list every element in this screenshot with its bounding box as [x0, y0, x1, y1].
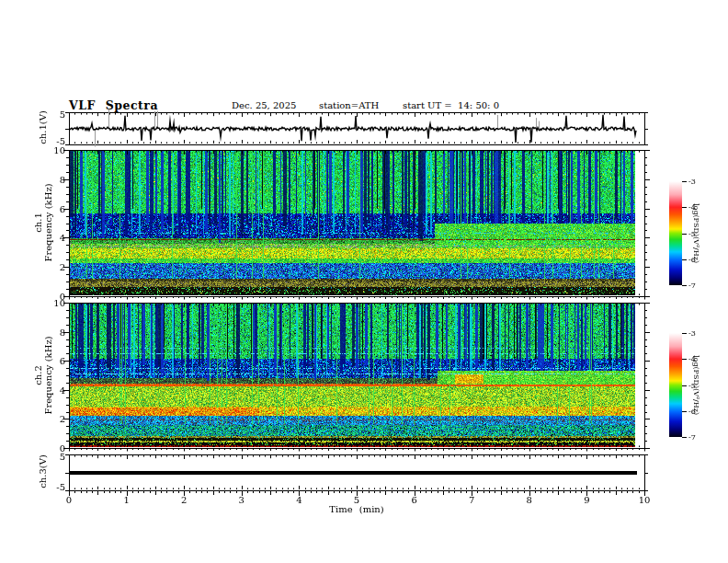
colorbar-1-tick	[682, 207, 687, 208]
colorbar-2-tick-label: -5	[688, 382, 696, 390]
colorbar-1-tick-label: -3	[688, 178, 696, 186]
colorbar-1-tick-label: -6	[688, 256, 696, 264]
colorbar-2-tick	[682, 359, 687, 360]
colorbar-1-tick	[682, 285, 687, 286]
colorbar-1-tick-label: -7	[688, 282, 696, 290]
colorbar-2-tick-label: -4	[688, 355, 696, 363]
x-tick-label: 9	[573, 495, 600, 505]
colorbar-1-tick	[682, 259, 687, 260]
colorbar-2-gradient	[669, 333, 682, 437]
colorbar-2-tick	[682, 385, 687, 386]
colorbar-2-tick-label: -6	[688, 408, 696, 416]
y-tick-label: 4	[38, 233, 65, 243]
colorbar-1-tick-label: -5	[688, 230, 696, 238]
y-tick-label: 2	[38, 262, 65, 272]
x-tick-label: 8	[516, 495, 543, 505]
colorbar-1-gradient	[669, 181, 682, 285]
x-tick-label: 5	[343, 495, 370, 505]
x-tick-label: 7	[458, 495, 485, 505]
time-axis-label: Time (min)	[301, 504, 412, 514]
y-tick-label: 10	[38, 145, 65, 155]
colorbar-2-tick	[682, 333, 687, 334]
vlf-spectra-figure: VLF Spectra Dec. 25, 2025 station=ATH st…	[0, 0, 728, 563]
colorbar-1-tick-label: -4	[688, 203, 696, 212]
x-tick-label: 6	[401, 495, 428, 505]
y-tick-label: 2	[38, 414, 65, 424]
colorbar-1-tick	[682, 234, 687, 235]
x-tick-label: 2	[170, 495, 198, 505]
colorbar-2-tick-label: -3	[688, 329, 696, 338]
x-tick-label: 4	[285, 495, 313, 505]
colorbar-2-tick	[682, 411, 687, 412]
colorbar-1-tick	[682, 181, 687, 182]
y-tick-label: 4	[38, 385, 65, 396]
y-tick-label: 8	[38, 175, 65, 185]
x-tick-label: 3	[228, 495, 256, 505]
x-tick-label: 0	[55, 495, 83, 505]
colorbar-2-tick-label: -7	[688, 433, 696, 442]
y-tick-label: 6	[38, 204, 65, 214]
axes-and-waveforms-canvas	[0, 0, 728, 563]
y-tick-label: -5	[38, 482, 65, 492]
colorbar-2-tick	[682, 437, 687, 438]
y-tick-label: 10	[38, 298, 65, 308]
x-tick-label: 10	[631, 495, 658, 505]
x-tick-label: 1	[113, 495, 141, 505]
y-tick-label: 5	[38, 452, 65, 462]
y-tick-label: 6	[38, 356, 65, 366]
y-tick-label: -5	[38, 136, 65, 146]
y-tick-label: 5	[38, 109, 65, 120]
y-tick-label: 8	[38, 327, 65, 338]
